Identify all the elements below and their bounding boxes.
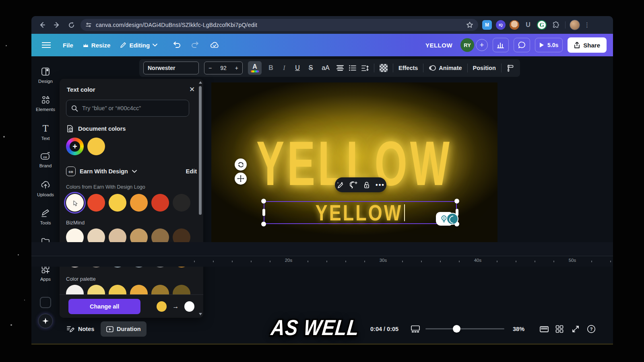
selected-text-box[interactable]: YELLOW <box>264 201 457 224</box>
font-size-stepper[interactable]: − 92 + <box>204 62 243 74</box>
undo-icon[interactable] <box>173 41 181 49</box>
sidebar-item-apps[interactable]: Apps <box>31 265 60 282</box>
comment-add-icon[interactable] <box>350 181 358 189</box>
sidebar-item-elements[interactable]: Elements <box>31 95 60 112</box>
timeline-ruler[interactable]: 20s 30s 40s 50s <box>31 256 613 267</box>
list-button[interactable] <box>349 65 356 71</box>
font-size-value[interactable]: 92 <box>220 65 227 71</box>
font-size-increase[interactable]: + <box>235 65 238 71</box>
duration-button[interactable]: Duration <box>101 321 147 337</box>
seek-slider-thumb[interactable] <box>453 325 460 333</box>
underline-button[interactable]: U <box>293 64 301 72</box>
animate-button[interactable]: Animate <box>429 65 462 71</box>
text-case-button[interactable]: aA <box>320 64 331 72</box>
back-icon[interactable] <box>37 20 47 30</box>
sidebar-item-text[interactable]: T Text <box>31 124 60 141</box>
site-settings-icon[interactable] <box>85 22 92 28</box>
transparency-button[interactable] <box>380 64 388 72</box>
editing-mode-menu[interactable]: Editing <box>115 39 162 52</box>
alignment-button[interactable] <box>336 65 344 71</box>
selection-handle-sw[interactable] <box>261 222 266 226</box>
help-icon[interactable]: ? <box>587 325 596 333</box>
assistant-avatar[interactable] <box>446 213 458 225</box>
font-family-select[interactable]: Norwester <box>143 62 199 74</box>
browser-menu-icon[interactable]: ⋮ <box>584 21 590 29</box>
browser-profile-avatar[interactable] <box>570 20 580 30</box>
scrollbar-thumb[interactable] <box>199 86 202 215</box>
collaborator-avatar[interactable]: RY <box>460 38 474 52</box>
extension-u-icon[interactable]: U <box>523 20 533 30</box>
file-menu[interactable]: File <box>58 39 78 52</box>
sidebar-item-tools[interactable]: Tools <box>31 208 60 225</box>
extension-iq-icon[interactable]: IQ <box>496 20 506 30</box>
bookmark-star-icon[interactable] <box>466 21 473 29</box>
color-swatch[interactable] <box>130 194 148 212</box>
color-swatch[interactable] <box>173 194 190 212</box>
reload-icon[interactable] <box>66 20 76 30</box>
selected-text[interactable]: YELLOW <box>316 200 402 226</box>
panel-scrollbar[interactable] <box>199 81 202 315</box>
color-swatch[interactable] <box>66 285 84 294</box>
comments-button[interactable] <box>514 38 530 52</box>
color-search-input[interactable] <box>82 105 184 111</box>
color-swatch[interactable] <box>173 285 190 294</box>
sidebar-item-design[interactable]: Design <box>31 67 60 84</box>
bold-button[interactable]: B <box>267 64 275 72</box>
text-color-button[interactable]: A <box>248 61 262 75</box>
color-swatch[interactable] <box>109 285 126 294</box>
color-swatch[interactable] <box>109 194 126 212</box>
resize-menu[interactable]: Resize <box>78 39 116 52</box>
document-color-swatch[interactable] <box>87 138 105 155</box>
color-swatch[interactable] <box>151 194 169 212</box>
brand-kit-edit-link[interactable]: Edit <box>186 168 197 175</box>
color-search[interactable] <box>66 100 189 117</box>
close-icon[interactable]: ✕ <box>187 84 197 94</box>
brand-kit-header[interactable]: co Earn With Design Edit <box>66 167 197 176</box>
seek-slider[interactable] <box>425 328 504 329</box>
color-swatch[interactable] <box>151 285 169 294</box>
color-swatch[interactable] <box>130 285 148 294</box>
notes-button[interactable]: Notes <box>67 325 94 333</box>
move-button[interactable] <box>235 173 247 185</box>
selection-handle-w[interactable] <box>262 209 265 216</box>
menu-icon[interactable] <box>42 42 51 48</box>
scroll-up-icon[interactable] <box>199 81 202 84</box>
magic-edit-icon[interactable] <box>336 181 344 189</box>
extension-grammarly-icon[interactable]: G <box>537 20 547 30</box>
italic-button[interactable]: I <box>280 64 288 72</box>
redo-icon[interactable] <box>191 41 199 49</box>
change-all-button[interactable]: Change all <box>68 299 140 314</box>
design-title[interactable]: YELLOW <box>425 42 452 49</box>
sidebar-item-more[interactable] <box>40 297 51 308</box>
share-button[interactable]: Share <box>568 37 607 53</box>
address-bar[interactable]: canva.com/design/DAGi4DuBnsI/SZlkkfc-LgB… <box>80 19 478 31</box>
selection-handle-ne[interactable] <box>454 199 459 204</box>
lock-icon[interactable] <box>363 181 370 189</box>
selection-handle-nw[interactable] <box>261 199 266 204</box>
position-button[interactable]: Position <box>473 65 496 71</box>
extension-mascot-icon[interactable] <box>510 20 519 30</box>
sidebar-item-uploads[interactable]: Uploads <box>31 180 60 197</box>
scenes-icon[interactable] <box>411 325 420 333</box>
zoom-level[interactable]: 38% <box>513 326 524 332</box>
design-canvas[interactable]: YELLOW YELLOW <box>211 82 497 242</box>
timeline-track[interactable] <box>31 242 613 256</box>
url-text[interactable]: canva.com/design/DAGi4DuBnsI/SZlkkfc-LgB… <box>96 22 257 28</box>
invite-member-button[interactable]: + <box>476 39 488 51</box>
fullscreen-icon[interactable] <box>572 325 580 333</box>
font-size-decrease[interactable]: − <box>208 65 212 71</box>
assistant-widget[interactable] <box>436 212 458 226</box>
color-swatch[interactable] <box>87 285 105 294</box>
spacing-button[interactable] <box>361 65 369 71</box>
more-options-icon[interactable]: ••• <box>376 181 385 189</box>
color-swatch-selected[interactable] <box>66 194 84 212</box>
insights-button[interactable] <box>493 38 509 52</box>
strikethrough-button[interactable]: S <box>307 64 315 72</box>
color-swatch[interactable] <box>87 194 105 212</box>
present-play-button[interactable]: 5.0s <box>535 38 563 52</box>
extension-m-icon[interactable]: M <box>482 20 492 30</box>
effects-button[interactable]: Effects <box>398 65 418 71</box>
scroll-down-icon[interactable] <box>199 313 202 315</box>
fit-view-icon[interactable] <box>539 325 549 333</box>
extensions-puzzle-icon[interactable] <box>551 20 561 30</box>
